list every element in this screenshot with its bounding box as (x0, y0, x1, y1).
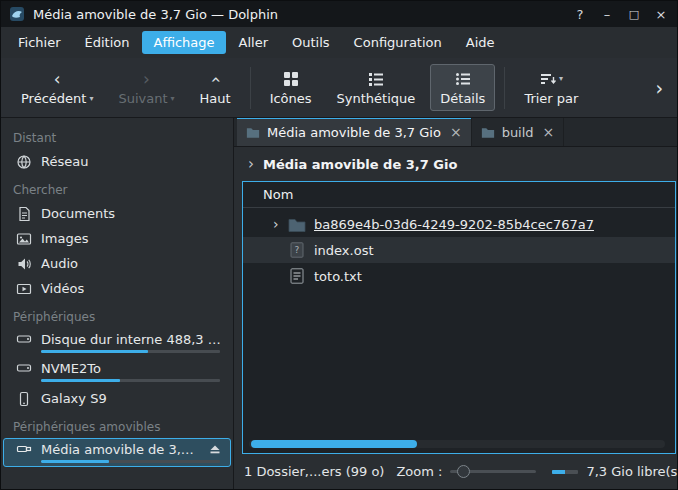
horizontal-scrollbar[interactable] (249, 440, 665, 448)
file-name[interactable]: ba869e4b-03d6-4249-9202-85b4cec767a7 (314, 217, 594, 232)
sidebar-item-disque-interne[interactable]: Disque dur interne 488,3 G... (3, 328, 231, 357)
view-details-label: Détails (440, 91, 485, 106)
sidebar-item-label: Galaxy S9 (41, 391, 107, 406)
sidebar-item-images[interactable]: Images (3, 226, 231, 251)
zoom-slider-handle[interactable] (457, 465, 470, 478)
usb-drive-icon (16, 441, 32, 457)
tab-label: Média amovible de 3,7 Gio (267, 125, 441, 140)
dropdown-arrow-icon: ▾ (89, 94, 93, 103)
forward-button[interactable]: › Suivant▾ (108, 64, 184, 111)
file-name[interactable]: toto.txt (314, 269, 362, 284)
sidebar-item-documents[interactable]: Documents (3, 201, 231, 226)
expander-icon[interactable]: › (273, 216, 288, 232)
sidebar-item-label: Réseau (41, 154, 88, 169)
tab-build[interactable]: build × (472, 118, 565, 146)
tab-close-icon[interactable]: × (450, 124, 462, 140)
chevron-up-icon: › (205, 69, 225, 89)
sidebar-item-label: Disque dur interne 488,3 G... (41, 332, 222, 347)
up-button[interactable]: › Haut (190, 64, 241, 111)
tab-media-amovible[interactable]: Média amovible de 3,7 Gio × (237, 118, 472, 146)
menu-aller[interactable]: Aller (228, 31, 279, 54)
text-file-icon (288, 268, 306, 284)
close-button[interactable]: × (649, 4, 673, 24)
scrollbar-thumb[interactable] (251, 440, 417, 448)
svg-text:?: ? (295, 245, 300, 255)
back-button[interactable]: ‹ Précédent▾ (11, 64, 103, 111)
toolbar-separator (504, 67, 505, 109)
file-view: Nom › ba869e4b-03d6-4249-9202-85b4cec767… (242, 181, 676, 454)
eject-icon[interactable] (208, 442, 222, 456)
disk-usage-bar (41, 350, 220, 353)
file-row-folder[interactable]: › ba869e4b-03d6-4249-9202-85b4cec767a7 (243, 211, 675, 237)
folder-icon (481, 126, 495, 139)
window-controls: ? – □ × (568, 4, 673, 24)
sort-by-label: Trier par (524, 91, 578, 106)
main-toolbar: ‹ Précédent▾ › Suivant▾ › Haut Icônes Sy… (1, 58, 677, 118)
breadcrumb-location[interactable]: Média amovible de 3,7 Gio (263, 157, 457, 172)
menubar: Fichier Édition Affichage Aller Outils C… (1, 27, 677, 58)
titlebar: Média amovible de 3,7 Gio — Dolphin ? – … (1, 1, 677, 27)
window-title: Média amovible de 3,7 Gio — Dolphin (33, 7, 278, 22)
audio-icon (16, 256, 32, 272)
folder-icon (288, 216, 306, 232)
toolbar-overflow-icon[interactable]: › (651, 77, 667, 99)
folder-icon (246, 126, 260, 139)
back-label: Précédent (21, 91, 86, 106)
menu-fichier[interactable]: Fichier (7, 31, 72, 54)
status-bar: 1 Dossier,...ers (99 o) Zoom : 7,3 Gio l… (234, 454, 677, 489)
view-compact-label: Synthétique (337, 91, 416, 106)
minimize-button[interactable]: – (595, 4, 619, 24)
section-peripheriques: Périphériques (1, 301, 233, 328)
sidebar-item-media-amovible[interactable]: Média amovible de 3,7 ... (3, 438, 231, 467)
chevron-left-icon: ‹ (47, 69, 67, 89)
view-icons-icon (281, 69, 301, 89)
view-compact-icon (366, 69, 386, 89)
dropdown-arrow-icon: ▾ (559, 75, 563, 83)
view-details-button[interactable]: Détails (430, 64, 495, 111)
tab-close-icon[interactable]: × (543, 124, 555, 140)
unknown-file-icon: ? (288, 242, 306, 258)
disk-usage-bar (41, 460, 220, 463)
menu-configuration[interactable]: Configuration (343, 31, 453, 54)
chevron-right-icon: › (248, 155, 254, 173)
dolphin-app-icon (9, 6, 25, 22)
breadcrumb[interactable]: › Média amovible de 3,7 Gio (234, 147, 677, 181)
file-row-toto-txt[interactable]: toto.txt (243, 263, 675, 289)
view-icons-button[interactable]: Icônes (260, 64, 322, 111)
menu-aide[interactable]: Aide (455, 31, 506, 54)
videos-icon (16, 281, 32, 297)
menu-edition[interactable]: Édition (74, 31, 141, 54)
sidebar-item-audio[interactable]: Audio (3, 251, 231, 276)
up-label: Haut (200, 91, 231, 106)
menu-affichage[interactable]: Affichage (142, 31, 225, 54)
help-button[interactable]: ? (568, 4, 592, 24)
dolphin-window: Média amovible de 3,7 Gio — Dolphin ? – … (0, 0, 678, 490)
tab-label: build (502, 125, 534, 140)
items-summary: 1 Dossier,...ers (99 o) (244, 464, 384, 479)
sidebar-item-label: Documents (41, 206, 115, 221)
sort-by-button[interactable]: ▾ Trier par (514, 64, 588, 111)
view-details-icon (453, 69, 473, 89)
chevron-right-icon: › (136, 69, 156, 89)
tab-bar: Média amovible de 3,7 Gio × build × (234, 118, 677, 147)
sidebar-item-label: Média amovible de 3,7 ... (41, 442, 199, 457)
file-row-index-ost[interactable]: ? index.ost (243, 237, 675, 263)
free-space-bar (552, 470, 578, 474)
sidebar-item-videos[interactable]: Vidéos (3, 276, 231, 301)
network-icon (16, 154, 32, 170)
maximize-button[interactable]: □ (622, 4, 646, 24)
forward-label: Suivant (118, 91, 167, 106)
zoom-label: Zoom : (396, 464, 442, 479)
view-icons-label: Icônes (270, 91, 312, 106)
sidebar-item-nvme2to[interactable]: NVME2To (3, 357, 231, 386)
menu-outils[interactable]: Outils (281, 31, 341, 54)
file-name[interactable]: index.ost (314, 243, 374, 258)
column-header-nom[interactable]: Nom (243, 182, 675, 208)
zoom-slider[interactable] (450, 464, 536, 479)
places-panel: Distant Réseau Chercher Documents (1, 118, 234, 489)
section-peripheriques-amovibles: Périphériques amovibles (1, 411, 233, 438)
sidebar-item-reseau[interactable]: Réseau (3, 149, 231, 174)
view-compact-button[interactable]: Synthétique (327, 64, 426, 111)
sidebar-item-label: NVME2To (41, 361, 101, 376)
sidebar-item-galaxy-s9[interactable]: Galaxy S9 (3, 386, 231, 411)
